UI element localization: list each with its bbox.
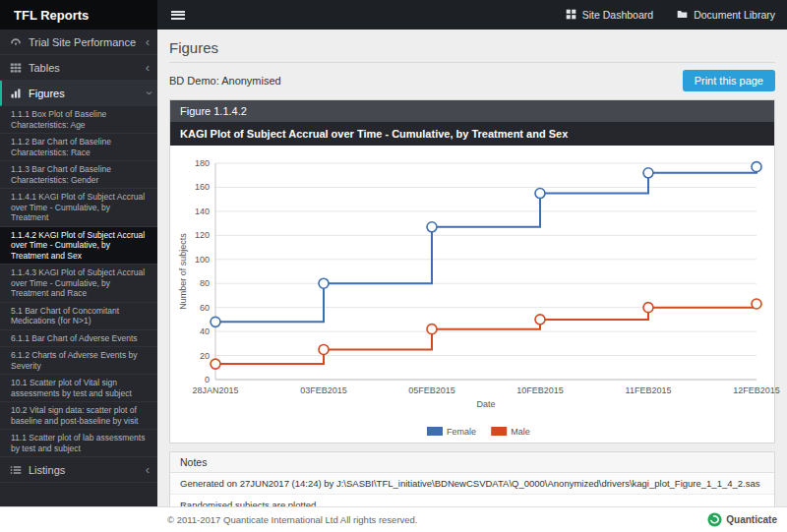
svg-text:40: 40 [200, 326, 210, 336]
topbar-link-document-library[interactable]: Document Library [665, 0, 787, 30]
app-brand: TFL Reports [0, 0, 157, 30]
svg-text:05FEB2015: 05FEB2015 [408, 385, 455, 395]
kagi-chart: 02040608010012014016018028JAN201503FEB20… [170, 146, 774, 443]
copyright-text: © 2011-2017 Quanticate International Ltd… [167, 514, 418, 525]
footer: © 2011-2017 Quanticate International Ltd… [0, 506, 787, 532]
svg-text:180: 180 [195, 158, 210, 168]
quanticate-logo: Quanticate [707, 512, 777, 527]
sidebar-subitem[interactable]: 6.1.2 Charts of Adverse Events by Severi… [0, 347, 157, 375]
menu-toggle-icon[interactable] [157, 0, 199, 30]
note-row: Generated on 27JUN2017 (14:24) by J:\SAS… [170, 473, 774, 495]
folder-icon [677, 9, 688, 22]
table-icon [10, 62, 22, 74]
svg-text:12FEB2015: 12FEB2015 [733, 385, 780, 395]
subtitle-row: BD Demo: Anonymised Print this page [169, 70, 775, 91]
sidebar-subitem[interactable]: 1.1.2 Bar Chart of Baseline Characterist… [0, 134, 157, 161]
sidebar-subitem[interactable]: 10.2 Vital sign data: scatter plot of ba… [0, 402, 157, 430]
sidebar-subitem[interactable]: 1.1.3 Bar Chart of Baseline Characterist… [0, 161, 157, 189]
sidebar-subitem[interactable]: 11.1 Scatter plot of lab assessments by … [0, 430, 157, 457]
main-content: Figures BD Demo: Anonymised Print this p… [157, 30, 787, 506]
note-row: Randomised subjects are plotted. [170, 495, 774, 506]
list-icon [10, 464, 22, 476]
svg-text:160: 160 [195, 182, 210, 192]
chevron-icon: ‹ [146, 61, 150, 74]
sidebar-subitem[interactable]: 1.1.4.1 KAGI Plot of Subject Accrual ove… [0, 189, 157, 227]
svg-text:03FEB2015: 03FEB2015 [300, 385, 347, 395]
notes-rows: Generated on 27JUN2017 (14:24) by J:\SAS… [170, 473, 774, 506]
chevron-icon: ‹ [141, 90, 153, 94]
topbar-link-label: Site Dashboard [582, 9, 653, 21]
quanticate-logo-text: Quanticate [726, 514, 777, 525]
sidebar-item-trial-site-performance[interactable]: Trial Site Performance‹ [0, 30, 157, 55]
dashboard-icon [566, 9, 576, 22]
sidebar-subitem[interactable]: 10.1 Scatter plot of Vital sign assessme… [0, 375, 157, 402]
sidebar-subitem[interactable]: 1.1.1 Box Plot of Baseline Characteristi… [0, 106, 157, 134]
sidebar-item-label: Trial Site Performance [29, 36, 136, 48]
topbar: TFL Reports Site DashboardDocument Libra… [0, 0, 787, 30]
notes-card: Notes Generated on 27JUN2017 (14:24) by … [169, 451, 775, 506]
svg-text:10FEB2015: 10FEB2015 [516, 385, 564, 395]
chevron-icon: ‹ [146, 463, 150, 476]
topbar-link-label: Document Library [694, 9, 775, 21]
sidebar-subitem[interactable]: 5.1 Bar Chart of Concomitant Medications… [0, 303, 157, 330]
topbar-link-site-dashboard[interactable]: Site Dashboard [554, 0, 665, 30]
svg-text:120: 120 [195, 230, 210, 240]
svg-text:Female: Female [447, 427, 476, 437]
sidebar-item-tables[interactable]: Tables‹ [0, 55, 157, 81]
svg-text:80: 80 [200, 278, 210, 288]
report-subtitle: BD Demo: Anonymised [169, 75, 281, 87]
svg-text:11FEB2015: 11FEB2015 [626, 385, 672, 395]
quanticate-logo-icon [707, 512, 722, 527]
svg-text:140: 140 [195, 207, 210, 216]
svg-text:Male: Male [511, 427, 530, 437]
chart-icon [10, 88, 22, 99]
chevron-icon: ‹ [146, 35, 150, 48]
sidebar: Trial Site Performance‹Tables‹Figures‹1.… [0, 30, 157, 506]
gauge-icon [10, 36, 22, 48]
sidebar-item-listings[interactable]: Listings‹ [0, 457, 157, 483]
page-title: Figures [169, 39, 775, 63]
svg-text:60: 60 [200, 303, 210, 313]
figure-title: KAGI Plot of Subject Accrual over Time -… [170, 122, 774, 146]
svg-text:100: 100 [195, 255, 210, 265]
figure-card: Figure 1.1.4.2 KAGI Plot of Subject Accr… [169, 99, 775, 443]
sidebar-subitem[interactable]: 6.1.1 Bar Chart of Adverse Events [0, 330, 157, 348]
svg-text:0: 0 [205, 375, 210, 384]
sidebar-item-label: Figures [29, 88, 65, 99]
svg-text:20: 20 [200, 351, 210, 361]
figures-submenu: 1.1.1 Box Plot of Baseline Characteristi… [0, 106, 157, 457]
svg-text:Date: Date [476, 399, 495, 409]
notes-header: Notes [170, 452, 774, 473]
sidebar-item-label: Tables [29, 62, 60, 74]
chart-svg: 02040608010012014016018028JAN201503FEB20… [176, 149, 770, 441]
sidebar-item-figures[interactable]: Figures‹ [0, 81, 157, 106]
svg-text:28JAN2015: 28JAN2015 [192, 385, 238, 395]
svg-text:Number of subjects: Number of subjects [178, 233, 188, 310]
topbar-links: Site DashboardDocument Library [554, 0, 787, 30]
print-button[interactable]: Print this page [683, 70, 775, 91]
sidebar-item-label: Listings [29, 464, 65, 476]
figure-id: Figure 1.1.4.2 [170, 100, 774, 122]
sidebar-subitem[interactable]: 1.1.4.3 KAGI Plot of Subject Accrual ove… [0, 265, 157, 303]
sidebar-subitem[interactable]: 1.1.4.2 KAGI Plot of Subject Accrual ove… [0, 227, 157, 266]
